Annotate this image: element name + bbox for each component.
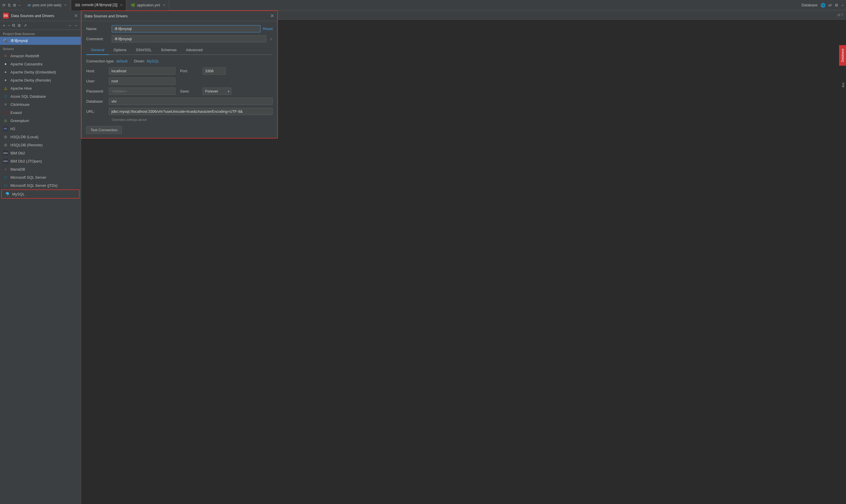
- database-label: Database:: [86, 99, 106, 104]
- sidebar-close-icon[interactable]: ✕: [74, 13, 78, 18]
- topbar-gear-icon[interactable]: ⚙: [835, 3, 839, 7]
- mariadb-label: MariaDB: [11, 167, 25, 172]
- tab-options[interactable]: Options: [109, 46, 131, 55]
- tab-console[interactable]: ⌨ console [本地mysql [2]] ✕: [71, 0, 126, 11]
- tab-app-close[interactable]: ✕: [163, 3, 165, 7]
- derby-remote-label: Apache Derby (Remote): [11, 78, 51, 83]
- tab-schemas[interactable]: Schemas: [156, 46, 181, 55]
- test-connection-button[interactable]: Test Connection: [86, 126, 122, 134]
- tab-split-icon[interactable]: ⇅: [7, 3, 11, 7]
- topbar-minus-icon[interactable]: −: [841, 3, 844, 7]
- sidebar-item-hsqldb-remote[interactable]: ◎ HSQLDB (Remote): [0, 141, 81, 149]
- reset-button[interactable]: Reset: [263, 26, 273, 31]
- database-side-tab[interactable]: Database: [839, 45, 846, 66]
- tab-ssh-ssl[interactable]: SSH/SSL: [131, 46, 156, 55]
- datasource-dialog: Data Sources and Drivers ✕ Name: Reset C…: [81, 11, 278, 139]
- comment-input[interactable]: [112, 35, 266, 42]
- exasol-label: Exasol: [11, 110, 22, 115]
- sidebar: DS Data Sources and Drivers ✕ + − ⧉ ⚙ ↗ …: [0, 11, 81, 504]
- save-pair: Save: Forever Until restart Never: [180, 88, 231, 95]
- drivers-list: ≡ Amazon Redshift ● Apache Cassandra ● A…: [0, 52, 81, 504]
- host-port-row: Host: Port:: [86, 67, 273, 75]
- clickhouse-label: ClickHouse: [11, 102, 30, 107]
- database-label: Database: [801, 3, 818, 7]
- sidebar-item-clickhouse[interactable]: ≡ ClickHouse: [0, 100, 81, 108]
- sidebar-item-azure[interactable]: □ Azure SQL Database: [0, 92, 81, 100]
- topbar-globe-icon[interactable]: 🌐: [821, 3, 826, 7]
- sidebar-item-mssql-jtds[interactable]: □ Microsoft SQL Server (jTDs): [0, 181, 81, 190]
- sidebar-item-redshift[interactable]: ≡ Amazon Redshift: [0, 52, 81, 60]
- remove-icon[interactable]: −: [7, 23, 10, 28]
- sidebar-item-exasol[interactable]: ✕ Exasol: [0, 108, 81, 116]
- redshift-label: Amazon Redshift: [11, 54, 39, 58]
- console-icon: ⌨: [75, 3, 80, 7]
- sidebar-item-ibm-db2-jt[interactable]: IBM IBM Db2 (JTOpen): [0, 157, 81, 165]
- password-input[interactable]: [109, 88, 175, 95]
- save-label: Save:: [180, 89, 200, 93]
- h2-icon: H2: [3, 126, 8, 131]
- forward-icon[interactable]: →: [74, 23, 78, 28]
- mariadb-icon: ♦: [3, 166, 8, 172]
- connection-type-value[interactable]: default: [116, 59, 128, 63]
- azure-label: Azure SQL Database: [11, 94, 46, 98]
- password-label: Password:: [86, 89, 106, 93]
- topbar-split-icon[interactable]: ⇄: [828, 3, 832, 7]
- tab-minimize-icon[interactable]: −: [18, 3, 20, 7]
- user-input[interactable]: [109, 77, 175, 85]
- mssql-label: Microsoft SQL Server: [11, 175, 46, 180]
- connection-type-row: Connection type: default Driver: MySQL: [86, 59, 273, 63]
- dialog-overlay: Data Sources and Drivers ✕ Name: Reset C…: [81, 11, 846, 504]
- host-input[interactable]: [109, 67, 175, 75]
- back-icon[interactable]: ←: [68, 23, 72, 28]
- tab-general[interactable]: General: [86, 46, 109, 55]
- user-label: User:: [86, 79, 106, 83]
- section-project-label: Project Data Sources: [0, 30, 81, 37]
- settings-icon[interactable]: ⚙: [17, 23, 21, 28]
- tab-application-yml[interactable]: 🌿 application.yml ✕: [127, 0, 169, 11]
- ibm-db2-icon: IBM: [3, 150, 8, 156]
- sidebar-item-mssql[interactable]: □ Microsoft SQL Server: [0, 173, 81, 181]
- sidebar-item-local-mysql[interactable]: 🔌 本地mysql: [0, 37, 81, 45]
- url-label: URL:: [86, 109, 106, 114]
- driver-value[interactable]: MySQL: [147, 59, 159, 63]
- sidebar-item-mysql[interactable]: 🐬 MySQL: [2, 190, 79, 198]
- tab-bar-left-icons: ⟳ ⇅ ⚙ −: [2, 3, 20, 7]
- database-input[interactable]: [109, 98, 273, 105]
- dialog-title: Data Sources and Drivers: [85, 14, 128, 18]
- dialog-body: Name: Reset Comment: ⤢ General Options: [82, 21, 277, 138]
- ant-side-tab[interactable]: Ant: [840, 80, 846, 90]
- local-mysql-icon: 🔌: [3, 38, 8, 43]
- cassandra-label: Apache Cassandra: [11, 62, 42, 66]
- user-pair: User:: [86, 77, 175, 85]
- dialog-close-button[interactable]: ✕: [270, 13, 274, 19]
- add-icon[interactable]: +: [3, 23, 5, 28]
- sidebar-item-mariadb[interactable]: ♦ MariaDB: [0, 165, 81, 173]
- save-select[interactable]: Forever Until restart Never: [203, 88, 231, 95]
- port-input[interactable]: [203, 67, 226, 75]
- url-row: URL: Overrides settings above: [86, 108, 273, 122]
- sidebar-item-hive[interactable]: △ Apache Hive: [0, 84, 81, 92]
- tab-pom-xml[interactable]: m pom.xml (vhr-web) ✕: [24, 0, 70, 11]
- tab-advanced[interactable]: Advanced: [181, 46, 207, 55]
- name-input[interactable]: [112, 25, 260, 32]
- comment-expand-icon[interactable]: ⤢: [270, 37, 273, 41]
- greenplum-label: Greenplum: [11, 119, 29, 123]
- mysql-icon: 🐬: [5, 192, 10, 197]
- sidebar-item-cassandra[interactable]: ● Apache Cassandra: [0, 60, 81, 68]
- database-row: Database:: [86, 98, 273, 105]
- sidebar-item-derby-remote[interactable]: ● Apache Derby (Remote): [0, 76, 81, 84]
- sidebar-item-ibm-db2[interactable]: IBM IBM Db2: [0, 149, 81, 157]
- tab-bar: ⟳ ⇅ ⚙ − m pom.xml (vhr-web) ✕ ⌨ console …: [0, 0, 846, 11]
- tab-console-close[interactable]: ✕: [120, 3, 122, 7]
- copy-icon[interactable]: ⧉: [12, 23, 15, 28]
- tab-gear-icon[interactable]: ⚙: [13, 3, 17, 7]
- sidebar-item-h2[interactable]: H2 H2: [0, 125, 81, 133]
- sidebar-item-derby-embedded[interactable]: ● Apache Derby (Embedded): [0, 68, 81, 76]
- export-icon[interactable]: ↗: [23, 23, 27, 28]
- tab-refresh-icon[interactable]: ⟳: [2, 3, 6, 7]
- sidebar-item-greenplum[interactable]: ◎ Greenplum: [0, 116, 81, 125]
- connection-type-label: Connection type:: [86, 59, 115, 63]
- tab-pom-close[interactable]: ✕: [64, 3, 67, 7]
- url-input[interactable]: [109, 108, 273, 115]
- sidebar-item-hsqldb-local[interactable]: ◎ HSQLDB (Local): [0, 133, 81, 141]
